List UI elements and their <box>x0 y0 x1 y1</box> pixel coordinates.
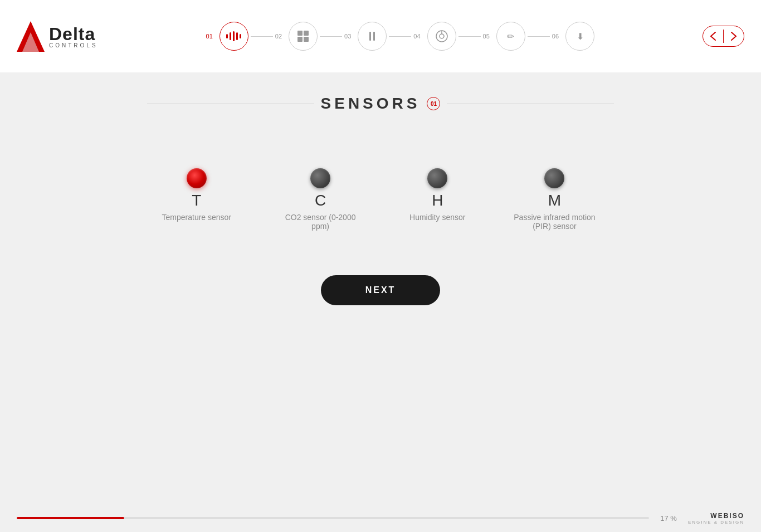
step-line-05-06 <box>528 36 550 37</box>
step-04-number: 04 <box>413 33 420 40</box>
sensor-co2-label: CO2 sensor (0-2000 ppm) <box>276 213 365 231</box>
waves-icon <box>226 31 241 41</box>
step-06[interactable]: 06 ⬇ <box>552 22 594 51</box>
step-02-number: 02 <box>275 33 282 40</box>
step-line-04-05 <box>458 36 481 37</box>
svg-point-3 <box>440 34 444 38</box>
sensors-grid: T Temperature sensor C CO2 sensor (0-200… <box>162 168 599 231</box>
step-05-number: 05 <box>483 33 490 40</box>
step-line-03-04 <box>389 36 411 37</box>
step-01-circle[interactable] <box>219 22 248 51</box>
sensor-pir[interactable]: M Passive infrared motion (PIR) sensor <box>510 168 599 231</box>
delta-logo-icon <box>17 21 45 52</box>
steps-navigation: 01 02 <box>206 22 595 51</box>
sensor-co2-dot <box>310 168 330 188</box>
step-03[interactable]: 03 <box>344 22 387 51</box>
step-05-circle[interactable]: ✏ <box>496 22 525 51</box>
step-03-circle[interactable] <box>358 22 387 51</box>
download-icon: ⬇ <box>577 31 584 42</box>
step-04[interactable]: 04 <box>413 22 456 51</box>
dial-icon <box>435 30 448 43</box>
pencil-icon: ✏ <box>507 31 514 42</box>
next-button[interactable]: NEXT <box>321 275 441 305</box>
pause-icon <box>369 32 375 41</box>
webiso-logo: WEBISO ENGINE & DESIGN <box>688 512 744 525</box>
step-02[interactable]: 02 <box>275 22 318 51</box>
next-arrow-icon <box>730 31 737 41</box>
step-01[interactable]: 01 <box>206 22 248 51</box>
sensor-humidity[interactable]: H Humidity sensor <box>409 168 465 222</box>
prev-arrow-icon <box>710 31 716 41</box>
grid-icon <box>297 31 309 42</box>
progress-bar-fill <box>17 517 124 519</box>
sensor-temperature-letter: T <box>192 193 201 208</box>
step-04-circle[interactable] <box>427 22 456 51</box>
sensor-humidity-label: Humidity sensor <box>409 213 465 222</box>
step-01-number: 01 <box>206 33 213 40</box>
sensor-pir-letter: M <box>548 193 561 208</box>
sensor-humidity-dot <box>427 168 447 188</box>
step-line-01-02 <box>251 36 273 37</box>
title-line-left <box>147 104 314 104</box>
webiso-sub: ENGINE & DESIGN <box>688 520 744 525</box>
logo-brand: Delta <box>49 24 98 45</box>
main-content: SENSORS 01 T Temperature sensor C CO2 se… <box>0 72 761 504</box>
sensor-pir-label: Passive infrared motion (PIR) sensor <box>510 213 599 231</box>
sensor-co2[interactable]: C CO2 sensor (0-2000 ppm) <box>276 168 365 231</box>
sensor-co2-letter: C <box>315 193 326 208</box>
footer: 17 % WEBISO ENGINE & DESIGN <box>0 504 761 532</box>
step-05[interactable]: 05 ✏ <box>483 22 525 51</box>
prev-button[interactable] <box>703 26 723 46</box>
sensor-temperature-dot <box>187 168 207 188</box>
logo: Delta CONTROLS <box>17 21 98 52</box>
sensor-temperature[interactable]: T Temperature sensor <box>162 168 232 222</box>
progress-bar-container <box>17 517 649 519</box>
next-arrow-button[interactable] <box>724 26 744 46</box>
title-line-right <box>447 104 614 104</box>
progress-percent: 17 % <box>660 514 677 523</box>
logo-triangle <box>17 21 45 52</box>
page-title: SENSORS <box>321 95 421 113</box>
step-02-circle[interactable] <box>289 22 318 51</box>
page-title-area: SENSORS 01 <box>33 95 728 113</box>
step-06-circle[interactable]: ⬇ <box>565 22 594 51</box>
logo-text-group: Delta CONTROLS <box>49 24 98 48</box>
webiso-text: WEBISO <box>710 512 744 520</box>
header: Delta CONTROLS 01 02 <box>0 0 761 72</box>
sensor-humidity-letter: H <box>432 193 443 208</box>
logo-subtitle: CONTROLS <box>49 42 98 48</box>
nav-arrows[interactable] <box>703 26 744 47</box>
step-line-02-03 <box>320 36 342 37</box>
step-03-number: 03 <box>344 33 351 40</box>
sensor-pir-dot <box>544 168 564 188</box>
step-06-number: 06 <box>552 33 559 40</box>
sensor-temperature-label: Temperature sensor <box>162 213 232 222</box>
page-badge: 01 <box>427 97 440 110</box>
